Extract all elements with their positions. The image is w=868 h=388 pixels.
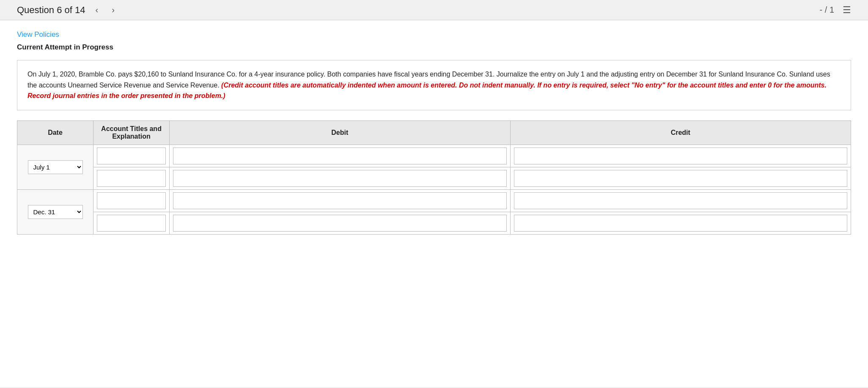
date-cell-2: Dec. 31 July 1 Jan. 1 [17,189,93,234]
date-cell-1: July 1 Jan. 1 Dec. 31 [17,145,93,189]
debit-cell-4 [170,212,511,234]
current-attempt-label: Current Attempt in Progress [17,43,851,52]
main-content: View Policies Current Attempt in Progres… [0,20,868,387]
credit-input-3[interactable] [514,192,848,209]
view-policies-link[interactable]: View Policies [17,30,851,39]
account-title-cell-2 [93,167,170,189]
list-icon[interactable]: ☰ [843,5,851,16]
prev-button[interactable]: ‹ [92,3,102,16]
table-row: July 1 Jan. 1 Dec. 31 [17,145,851,167]
credit-cell-1 [510,145,851,167]
debit-input-4[interactable] [173,215,507,232]
problem-box: On July 1, 2020, Bramble Co. pays $20,16… [17,60,851,110]
account-title-cell-4 [93,212,170,234]
credit-input-2[interactable] [514,170,848,187]
credit-input-4[interactable] [514,215,848,232]
credit-cell-2 [510,167,851,189]
table-row [17,212,851,234]
journal-table: Date Account Titles and Explanation Debi… [17,120,851,235]
table-header-row: Date Account Titles and Explanation Debi… [17,120,851,145]
col-header-debit: Debit [170,120,511,145]
top-bar-right: - / 1 ☰ [820,5,851,16]
credit-input-1[interactable] [514,148,848,164]
debit-cell-1 [170,145,511,167]
col-header-account-titles: Account Titles and Explanation [93,120,170,145]
col-header-credit: Credit [510,120,851,145]
date-select-2[interactable]: Dec. 31 July 1 Jan. 1 [28,205,83,219]
account-title-input-4[interactable] [97,215,166,232]
date-select-1[interactable]: July 1 Jan. 1 Dec. 31 [28,160,83,174]
question-label: Question 6 of 14 [17,5,85,16]
top-bar: Question 6 of 14 ‹ › - / 1 ☰ [0,0,868,20]
credit-cell-3 [510,189,851,212]
credit-cell-4 [510,212,851,234]
account-title-input-1[interactable] [97,148,166,164]
next-button[interactable]: › [108,3,118,16]
debit-input-3[interactable] [173,192,507,209]
debit-input-1[interactable] [173,148,507,164]
account-title-cell-3 [93,189,170,212]
debit-cell-2 [170,167,511,189]
account-title-input-2[interactable] [97,170,166,187]
table-row: Dec. 31 July 1 Jan. 1 [17,189,851,212]
account-title-cell-1 [93,145,170,167]
debit-cell-3 [170,189,511,212]
page-count: - / 1 [820,5,834,15]
table-row [17,167,851,189]
top-bar-left: Question 6 of 14 ‹ › [17,3,118,16]
col-header-date: Date [17,120,93,145]
account-title-input-3[interactable] [97,192,166,209]
debit-input-2[interactable] [173,170,507,187]
